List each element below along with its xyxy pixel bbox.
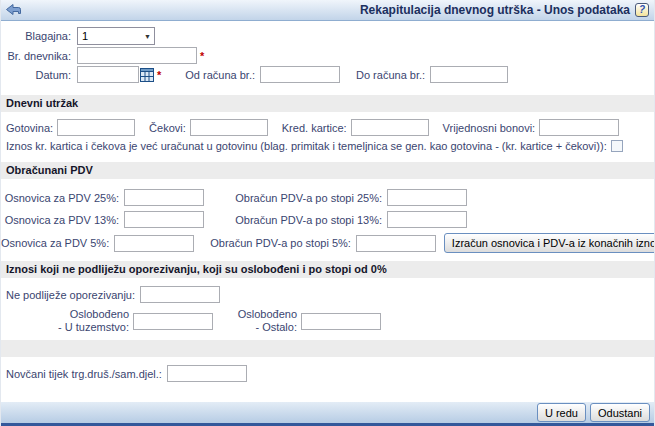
section-obracunani-pdv: Obračunani PDV — [1, 162, 654, 179]
osnovica-25-input[interactable] — [124, 189, 204, 206]
oslobodeno-ostalo-label: Oslobođeno - Ostalo: — [225, 308, 297, 334]
cekovi-label: Čekovi: — [149, 122, 186, 134]
izracun-osnovica-button[interactable]: Izračun osnovica i PDV-a iz konačnih izn… — [444, 233, 655, 253]
uracunato-checkbox-row: Iznos kr. kartica i čekova je već uračun… — [1, 140, 654, 152]
br-dnevnika-label: Br. dnevnika: — [1, 50, 71, 62]
datum-row: Datum: * Od računa br.: Do računa br.: — [1, 66, 654, 83]
cancel-button[interactable]: Odustani — [590, 403, 650, 422]
ne-podlijeze-label: Ne podliježe oporezivanju: — [6, 289, 135, 301]
blagajna-select[interactable]: 1 ▼ — [77, 27, 155, 45]
blagajna-label: Blagajna: — [1, 30, 71, 42]
utrzak-fields-row: Gotovina: Čekovi: Kred. kartice: Vrijedn… — [1, 119, 654, 136]
section-empty-band — [1, 340, 654, 357]
cekovi-input[interactable] — [190, 119, 268, 136]
uracunato-checkbox-label: Iznos kr. kartica i čekova je već uračun… — [6, 140, 607, 152]
obracun-5-input[interactable] — [356, 235, 436, 252]
gotovina-label: Gotovina: — [6, 122, 53, 134]
osnovica-13-input[interactable] — [124, 211, 204, 228]
calendar-icon[interactable] — [140, 68, 154, 82]
help-icon[interactable]: ? — [635, 3, 649, 17]
osnovica-5-label: Osnovica za PDV 5%: — [1, 237, 109, 249]
osnovica-25-label: Osnovica za PDV 25%: — [1, 192, 119, 204]
title-bar: Rekapitulacija dnevnog utrška - Unos pod… — [1, 0, 654, 21]
do-racuna-label: Do računa br.: — [356, 69, 425, 81]
od-racuna-input[interactable] — [260, 66, 340, 83]
blagajna-row: Blagajna: 1 ▼ — [1, 27, 654, 45]
oslobodeno-tuzemstvo-input[interactable] — [133, 313, 213, 330]
dialog-title: Rekapitulacija dnevnog utrška - Unos pod… — [360, 3, 630, 17]
top-form: Blagajna: 1 ▼ Br. dnevnika: * Datum: — [1, 27, 654, 83]
footer-bar: U redu Odustani — [1, 402, 654, 426]
kred-kartice-input[interactable] — [351, 119, 429, 136]
back-arrow-icon[interactable] — [6, 4, 22, 16]
pdv-row-5: Osnovica za PDV 5%: Obračun PDV-a po sto… — [1, 233, 654, 253]
section-dnevni-utrzak: Dnevni utržak — [1, 95, 654, 112]
ne-podlijeze-row: Ne podliježe oporezivanju: — [1, 286, 654, 303]
cekovi-group: Čekovi: — [149, 119, 268, 136]
obracun-13-input[interactable] — [387, 211, 467, 228]
vrijednosni-bonovi-label: Vrijednosni bonovi: — [443, 122, 536, 134]
novcani-tijek-label: Novčani tijek trg.druš./sam.djel.: — [6, 368, 162, 380]
vrijednosni-bonovi-input[interactable] — [539, 119, 619, 136]
ne-podlijeze-input[interactable] — [140, 286, 220, 303]
br-dnevnika-row: Br. dnevnika: * — [1, 47, 654, 64]
vrijednosni-bonovi-group: Vrijednosni bonovi: — [443, 119, 620, 136]
osnovica-5-input[interactable] — [114, 235, 194, 252]
novcani-tijek-input[interactable] — [167, 365, 247, 382]
oslobodeno-row: Oslobođeno - U tuzemstvo: Oslobođeno - O… — [1, 308, 654, 334]
osnovica-13-label: Osnovica za PDV 13%: — [1, 214, 119, 226]
chevron-down-icon: ▼ — [144, 33, 151, 40]
rekapitulacija-dialog: Rekapitulacija dnevnog utrška - Unos pod… — [0, 0, 655, 426]
od-racuna-label: Od računa br.: — [185, 69, 255, 81]
datum-input[interactable] — [77, 66, 139, 83]
obracun-5-label: Obračun PDV-a po stopi 5%: — [210, 237, 351, 249]
required-marker: * — [157, 69, 161, 81]
gotovina-input[interactable] — [57, 119, 135, 136]
pdv-row-13: Osnovica za PDV 13%: Obračun PDV-a po st… — [1, 211, 654, 228]
pdv-row-25: Osnovica za PDV 25%: Obračun PDV-a po st… — [1, 189, 654, 206]
do-racuna-input[interactable] — [430, 66, 508, 83]
obracun-25-input[interactable] — [387, 189, 467, 206]
gotovina-group: Gotovina: — [6, 119, 135, 136]
section-oslobodeni: Iznosi koji ne podliježu oporezivanju, k… — [1, 261, 654, 278]
uracunato-checkbox[interactable] — [611, 140, 623, 152]
oslobodeno-ostalo-input[interactable] — [301, 313, 381, 330]
blagajna-selected-value: 1 — [82, 30, 88, 42]
oslobodeno-tuzemstvo-label: Oslobođeno - U tuzemstvo: — [1, 308, 129, 334]
kred-kartice-label: Kred. kartice: — [282, 122, 347, 134]
kred-kartice-group: Kred. kartice: — [282, 119, 429, 136]
obracun-13-label: Obračun PDV-a po stopi 13%: — [220, 214, 382, 226]
br-dnevnika-input[interactable] — [77, 47, 197, 64]
required-marker: * — [200, 50, 204, 62]
datum-label: Datum: — [1, 69, 71, 81]
obracun-25-label: Obračun PDV-a po stopi 25%: — [220, 192, 382, 204]
ok-button[interactable]: U redu — [537, 403, 586, 422]
novcani-tijek-row: Novčani tijek trg.druš./sam.djel.: — [1, 365, 654, 382]
